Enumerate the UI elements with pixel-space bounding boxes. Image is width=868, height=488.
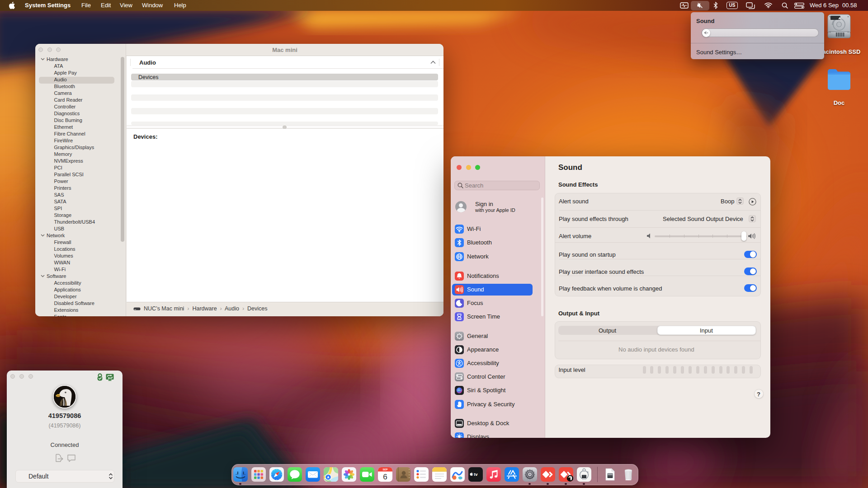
svg-text:6: 6	[383, 473, 387, 481]
svg-text:SEP: SEP	[382, 468, 387, 471]
svg-text:tv: tv	[474, 472, 478, 477]
